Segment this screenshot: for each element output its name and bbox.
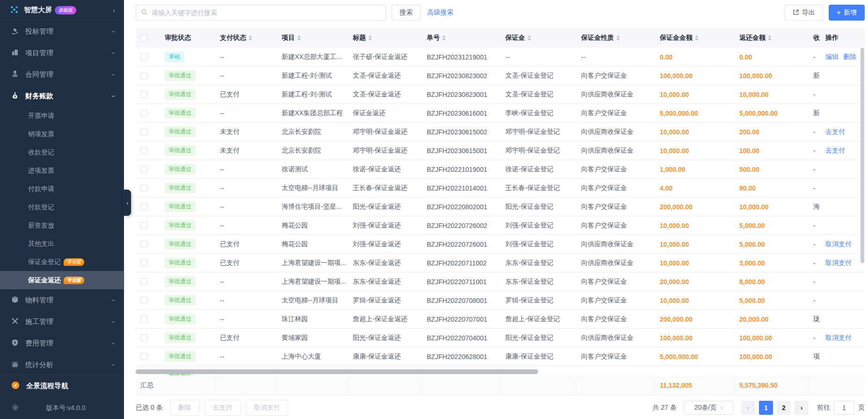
deposit-type-cell: 向客户交保证金	[576, 347, 655, 366]
column-header-4[interactable]: 标题	[348, 28, 422, 48]
column-header-8[interactable]: 保证金金额	[655, 28, 735, 48]
sidebar-item-panorama-nav[interactable]: 全景流程导航	[0, 374, 124, 397]
deposit-type-cell: 向客户交保证金	[576, 179, 655, 197]
select-all-checkbox[interactable]	[140, 35, 147, 42]
column-header-6[interactable]: 保证金	[501, 28, 576, 48]
sort-icon[interactable]	[616, 35, 620, 41]
page-button-1[interactable]: 1	[759, 401, 773, 415]
page-size-select[interactable]: 20条/页 ˅	[684, 401, 734, 415]
title-cell-value: 东东-保证金返还	[353, 259, 401, 267]
row-checkbox[interactable]	[140, 353, 147, 360]
action-link[interactable]: 取消支付	[825, 334, 852, 342]
sidebar-collapse-handle[interactable]: ‹	[124, 190, 131, 216]
summary-refund-total: 5,575,390.50	[739, 382, 778, 389]
action-link[interactable]: 取消支付	[825, 240, 852, 249]
version-label: 版本号:v4.0.0	[19, 404, 112, 412]
search-input[interactable]	[152, 9, 381, 16]
sort-icon[interactable]	[768, 35, 772, 41]
doc-no-cell: BZJFH20220704001	[422, 329, 501, 347]
row-checkbox[interactable]	[140, 297, 147, 304]
vertical-scrollbar[interactable]	[861, 48, 864, 263]
row-checkbox[interactable]	[140, 184, 147, 191]
sidebar-subitem[interactable]: 薪资发放	[0, 216, 124, 235]
sort-icon[interactable]	[368, 35, 372, 41]
add-button[interactable]: + 新增	[829, 5, 865, 21]
page-button-2[interactable]: 2	[777, 401, 791, 415]
row-checkbox[interactable]	[140, 53, 147, 60]
row-checkbox[interactable]	[140, 147, 147, 154]
sidebar-subitem[interactable]: 保证金返还专业版	[0, 271, 124, 289]
sort-icon[interactable]	[527, 35, 531, 41]
sort-icon[interactable]	[695, 35, 699, 41]
column-header-3[interactable]: 项目	[277, 28, 348, 48]
row-checkbox[interactable]	[140, 91, 147, 98]
column-header-7[interactable]: 保证金性质	[576, 28, 655, 48]
cancel-pay-button[interactable]: 取消支付	[246, 400, 288, 416]
prev-page-button[interactable]: ‹	[741, 401, 755, 415]
action-link[interactable]: 去支付	[825, 128, 845, 136]
table-row: 审批通过--海博住宅项目-坚星...阳光-保证金返还BZJFH202208020…	[136, 198, 865, 216]
row-checkbox[interactable]	[140, 316, 147, 323]
sort-icon[interactable]	[442, 35, 446, 41]
delete-button[interactable]: 删除	[170, 400, 199, 416]
action-link[interactable]: 编辑	[825, 53, 839, 61]
row-checkbox[interactable]	[140, 166, 147, 173]
selected-count: 已选 0 条	[136, 404, 163, 412]
row-checkbox[interactable]	[140, 128, 147, 135]
action-link[interactable]: 去支付	[825, 147, 845, 155]
sidebar-subitem[interactable]: 保证金登记专业版	[0, 253, 124, 271]
sidebar-subitem[interactable]: 进项发票	[0, 162, 124, 180]
next-page-button[interactable]: ›	[795, 401, 809, 415]
column-header-5[interactable]: 单号	[422, 28, 501, 48]
pay-button[interactable]: 去支付	[205, 400, 241, 416]
sidebar-item-project[interactable]: 项目管理 ›	[0, 42, 124, 64]
export-button[interactable]: 导出	[785, 5, 823, 21]
row-checkbox-cell	[136, 310, 160, 328]
row-checkbox[interactable]	[140, 241, 147, 248]
extra-cell-value: -	[813, 334, 816, 342]
sidebar-subitem[interactable]: 其他支出	[0, 235, 124, 253]
sidebar-item-material[interactable]: 物料管理 ›	[0, 289, 124, 311]
sidebar-item-bidding[interactable]: 投标管理 ›	[0, 21, 124, 42]
sidebar-subitem[interactable]: 收款登记	[0, 143, 124, 162]
gear-icon[interactable]	[11, 404, 19, 413]
column-header-9[interactable]: 返还金额	[735, 28, 809, 48]
row-checkbox[interactable]	[140, 222, 147, 229]
sidebar-subitem[interactable]: 付款申请	[0, 180, 124, 198]
extra-cell-value: 新	[813, 72, 820, 80]
sidebar-item-smart-screen[interactable]: 智慧大屏 旗舰版 ›	[0, 0, 124, 21]
sidebar-subitem[interactable]: 付款登记	[0, 198, 124, 216]
row-checkbox[interactable]	[140, 110, 147, 117]
pay-status-cell: --	[215, 160, 277, 178]
column-header-2[interactable]: 支付状态	[215, 28, 277, 48]
row-checkbox[interactable]	[140, 203, 147, 210]
sidebar-item-construction[interactable]: 施工管理 ›	[0, 311, 124, 332]
pay-status-cell-value: 已支付	[220, 259, 240, 267]
sort-icon[interactable]	[297, 35, 301, 41]
amount-cell-value: 1,000.00	[660, 166, 686, 173]
sidebar-subitem[interactable]: 开票申请	[0, 107, 124, 125]
row-checkbox[interactable]	[140, 278, 147, 285]
sidebar-item-expense[interactable]: 费用管理 ›	[0, 332, 124, 354]
horizontal-scrollbar[interactable]	[136, 369, 538, 374]
sidebar-item-statistics[interactable]: 统计分析 ›	[0, 354, 124, 374]
summary-refund-cell: 5,575,390.50	[735, 375, 809, 395]
goto-page-input[interactable]	[834, 401, 854, 415]
sidebar-subitem[interactable]: 销项发票	[0, 125, 124, 143]
project-cell-value: 黄埔家园	[282, 334, 308, 342]
sort-icon[interactable]	[248, 35, 252, 41]
action-link[interactable]: 取消支付	[825, 259, 852, 267]
amount-cell-value: 5,000,000.00	[660, 110, 698, 117]
doc-no-cell-value: BZJFH20220802001	[427, 203, 487, 211]
chevron-down-icon: ›	[110, 52, 118, 54]
advanced-search-link[interactable]: 高级搜索	[427, 8, 453, 17]
extra-cell: 新	[809, 66, 821, 85]
row-checkbox[interactable]	[140, 72, 147, 79]
sidebar-item-contract[interactable]: 合同管理 ›	[0, 64, 124, 85]
action-link[interactable]: 删除	[843, 53, 856, 61]
project-cell: 新建XX总部大厦工...	[277, 48, 348, 66]
row-checkbox[interactable]	[140, 334, 147, 341]
row-checkbox[interactable]	[140, 259, 147, 266]
sidebar-item-finance[interactable]: 财务账款 ›	[0, 85, 124, 107]
search-button[interactable]: 搜索	[392, 5, 421, 21]
